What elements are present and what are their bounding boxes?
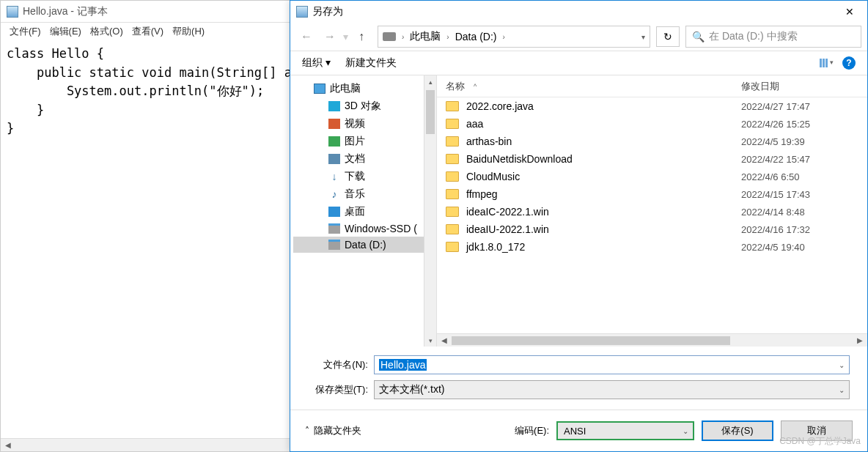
file-row[interactable]: ideaIU-2022.1.win2022/4/16 17:32 — [437, 221, 867, 238]
file-row[interactable]: ffmpeg2022/4/15 17:43 — [437, 185, 867, 203]
menu-edit[interactable]: 编辑(E) — [47, 24, 84, 39]
file-name: arthas-bin — [466, 136, 741, 147]
search-placeholder: 在 Data (D:) 中搜索 — [709, 30, 798, 43]
tree-item-label: 音乐 — [345, 188, 365, 201]
close-button[interactable]: ✕ — [838, 4, 861, 20]
pc-icon — [314, 84, 326, 94]
menu-format[interactable]: 格式(O) — [87, 24, 126, 39]
file-date: 2022/4/22 15:47 — [741, 154, 858, 165]
doc-icon — [328, 154, 340, 164]
tree-item-video[interactable]: 视频 — [293, 115, 433, 133]
file-columns-header[interactable]: 名称 ^ 修改日期 — [437, 75, 867, 97]
folder-icon — [446, 171, 459, 182]
scroll-left-icon[interactable]: ◀ — [2, 440, 14, 451]
file-row[interactable]: 2022.core.java2022/4/27 17:47 — [437, 97, 867, 115]
folder-icon — [446, 207, 459, 217]
chevron-icon[interactable]: › — [399, 33, 407, 41]
save-button[interactable]: 保存(S) — [702, 420, 773, 441]
folder-icon — [446, 119, 459, 129]
chevron-icon[interactable]: › — [499, 33, 507, 41]
menu-file[interactable]: 文件(F) — [7, 24, 44, 39]
tree-item-disk[interactable]: Data (D:) — [293, 237, 433, 253]
file-row[interactable]: ideaIC-2022.1.win2022/4/14 8:48 — [437, 203, 867, 221]
tree-item-label: 下载 — [345, 170, 365, 183]
file-row[interactable]: CloudMusic2022/4/6 6:50 — [437, 168, 867, 185]
menu-view[interactable]: 查看(V) — [129, 24, 166, 39]
dialog-body: 此电脑3D 对象视频图片文档↓下载♪音乐桌面Windows-SSD (Data … — [290, 75, 867, 347]
desktop-icon — [328, 207, 340, 217]
file-name: ideaIC-2022.1.win — [466, 206, 741, 218]
music-icon: ♪ — [328, 189, 340, 199]
new-folder-button[interactable]: 新建文件夹 — [345, 56, 397, 70]
col-name[interactable]: 名称 — [446, 80, 465, 93]
filetype-select[interactable]: 文本文档(*.txt) ⌄ — [374, 380, 850, 399]
filetype-value: 文本文档(*.txt) — [379, 383, 444, 396]
tree-item-dl[interactable]: ↓下载 — [293, 168, 433, 185]
caret-up-icon: ˄ — [305, 426, 309, 436]
video-icon — [328, 119, 340, 129]
file-row[interactable]: BaiduNetdiskDownload2022/4/22 15:47 — [437, 150, 867, 168]
tree-item-disk[interactable]: Windows-SSD ( — [293, 221, 433, 237]
file-row[interactable]: aaa2022/4/26 15:25 — [437, 115, 867, 133]
file-name: 2022.core.java — [466, 100, 741, 112]
folder-icon — [446, 101, 459, 111]
chevron-down-icon[interactable]: ⌄ — [839, 386, 845, 394]
file-date: 2022/4/14 8:48 — [741, 207, 858, 218]
nav-back-button[interactable]: ← — [296, 26, 317, 47]
search-icon: 🔍 — [692, 31, 705, 42]
view-mode-button[interactable]: ▾ — [820, 59, 834, 67]
dialog-icon — [296, 6, 308, 18]
file-date: 2022/4/5 19:39 — [741, 136, 858, 147]
col-date[interactable]: 修改日期 — [741, 80, 858, 93]
file-date: 2022/4/27 17:47 — [741, 101, 858, 112]
tree-item-pc[interactable]: 此电脑 — [293, 80, 433, 97]
tree-item-label: Windows-SSD ( — [345, 223, 417, 234]
file-name: CloudMusic — [466, 171, 741, 182]
file-hscrollbar[interactable]: ◀ ▶ — [437, 333, 867, 347]
tree-item-music[interactable]: ♪音乐 — [293, 185, 433, 203]
watermark: CSDN @丁总学Java — [779, 435, 861, 448]
file-date: 2022/4/26 15:25 — [741, 119, 858, 130]
filename-label: 文件名(N): — [308, 358, 374, 371]
file-name: ideaIU-2022.1.win — [466, 223, 741, 235]
file-list[interactable]: 2022.core.java2022/4/27 17:47aaa2022/4/2… — [437, 97, 867, 333]
tree-item-label: 文档 — [345, 152, 365, 166]
file-row[interactable]: arthas-bin2022/4/5 19:39 — [437, 133, 867, 150]
tree-item-label: 视频 — [345, 117, 365, 130]
chevron-icon[interactable]: › — [444, 33, 452, 41]
dialog-toolbar: 组织 ▾ 新建文件夹 ▾ ? — [290, 51, 867, 75]
tree-item-pic[interactable]: 图片 — [293, 133, 433, 150]
crumb-drive[interactable]: Data (D:) — [455, 31, 497, 42]
breadcrumb[interactable]: › 此电脑 › Data (D:) › ▾ — [378, 26, 650, 48]
chevron-down-icon[interactable]: ⌄ — [839, 361, 845, 369]
file-list-pane: 名称 ^ 修改日期 2022.core.java2022/4/27 17:47a… — [437, 75, 867, 347]
tree-item-desktop[interactable]: 桌面 — [293, 203, 433, 221]
chevron-down-icon[interactable]: ⌄ — [683, 427, 688, 435]
dl-icon: ↓ — [328, 171, 340, 182]
refresh-button[interactable]: ↻ — [656, 26, 680, 47]
encoding-select[interactable]: ANSI ⌄ — [556, 421, 694, 440]
tree-item-3d[interactable]: 3D 对象 — [293, 97, 433, 115]
file-name: ffmpeg — [466, 188, 741, 200]
save-as-dialog: 另存为 ✕ ← → ▾ ↑ › 此电脑 › Data (D:) › ▾ ↻ 🔍 … — [290, 0, 868, 452]
filename-value: Hello.java — [379, 359, 427, 371]
hide-folders-toggle[interactable]: ˄ 隐藏文件夹 — [305, 424, 361, 437]
nav-up-button[interactable]: ↑ — [351, 26, 372, 47]
tree-item-doc[interactable]: 文档 — [293, 150, 433, 168]
filename-input[interactable]: Hello.java ⌄ — [374, 355, 850, 374]
encoding-label: 编码(E): — [515, 424, 549, 437]
organize-button[interactable]: 组织 ▾ — [302, 56, 331, 70]
tree-item-label: Data (D:) — [345, 239, 386, 251]
pic-icon — [328, 136, 340, 147]
menu-help[interactable]: 帮助(H) — [169, 24, 207, 39]
nav-forward-button[interactable]: → — [320, 26, 340, 47]
dialog-titlebar: 另存为 ✕ — [290, 1, 867, 23]
crumb-pc[interactable]: 此电脑 — [410, 30, 441, 43]
file-date: 2022/4/6 6:50 — [741, 171, 858, 182]
chevron-down-icon[interactable]: ▾ — [641, 33, 645, 41]
help-button[interactable]: ? — [842, 56, 856, 70]
tree-item-label: 此电脑 — [330, 82, 361, 95]
folder-tree[interactable]: 此电脑3D 对象视频图片文档↓下载♪音乐桌面Windows-SSD (Data … — [290, 75, 437, 347]
search-input[interactable]: 🔍 在 Data (D:) 中搜索 — [685, 26, 861, 48]
file-row[interactable]: jdk1.8.0_1722022/4/5 19:40 — [437, 238, 867, 256]
